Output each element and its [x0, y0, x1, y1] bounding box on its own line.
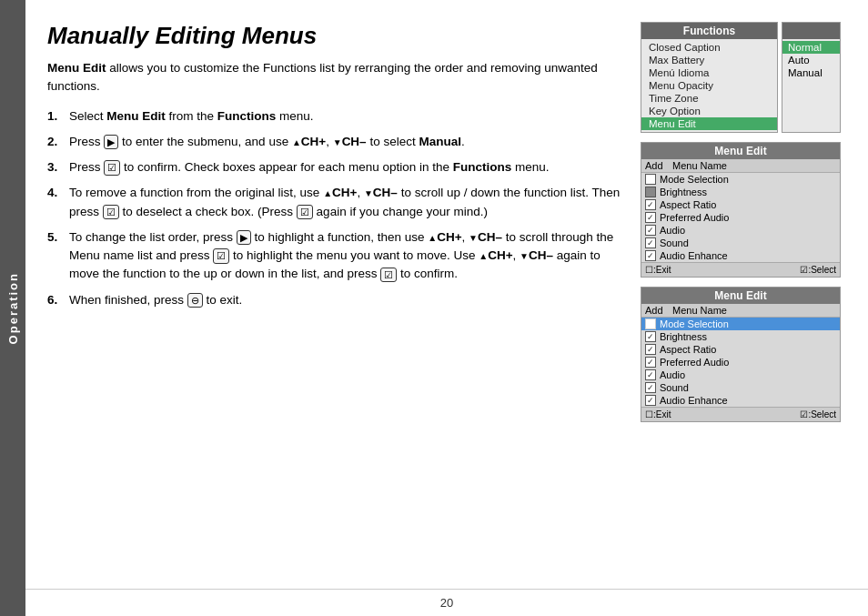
func-row-5: Key Option — [641, 105, 777, 117]
down-icon-5b — [520, 248, 529, 262]
menu-row-label-2-5: Sound — [660, 382, 689, 393]
ch-minus-icon — [333, 135, 342, 148]
func-row-2: Menú Idioma — [641, 66, 777, 79]
menu-edit-footer-1: ☐:Exit ☑:Select — [641, 262, 840, 277]
func-row-3: Menu Opacity — [641, 79, 777, 92]
menu-row-label-2-2: Aspect Ratio — [660, 344, 716, 355]
intro-bold: Menu Edit — [47, 61, 106, 75]
sub-row-0: Normal — [782, 41, 840, 54]
intro-rest: allows you to customize the Functions li… — [47, 61, 598, 93]
menu-edit-header-1: Add Menu Name — [641, 159, 840, 173]
checkbox-2-5 — [645, 382, 656, 393]
step-3-num: 3. — [47, 158, 64, 177]
right-arrow-icon: ▶ — [104, 135, 118, 149]
side-tab-label: Operation — [6, 272, 20, 344]
exit-btn-2: ☐:Exit — [645, 409, 671, 419]
exit-btn-1: ☐:Exit — [645, 265, 671, 275]
confirm-icon-4b: ☑ — [297, 205, 313, 219]
step-6-text: When finished, press ⊖ to exit. — [69, 291, 622, 309]
checkbox-1-5 — [645, 237, 656, 248]
step-4-num: 4. — [47, 184, 64, 221]
intro-paragraph: Menu Edit allows you to customize the Fu… — [47, 59, 622, 96]
step-2-num: 2. — [47, 133, 64, 151]
functions-sub-body: Normal Auto Manual — [782, 39, 840, 81]
menu-row-1-0: Mode Selection — [641, 173, 840, 186]
menu-row-1-4: Audio — [641, 224, 840, 237]
func-row-4: Time Zone — [641, 92, 777, 105]
page-title: Manually Editing Menus — [47, 22, 622, 50]
header-name-1: Menu Name — [672, 160, 836, 171]
checkbox-2-1 — [645, 331, 656, 342]
menu-row-2-4: Audio — [641, 369, 840, 381]
confirm-icon-5b: ☑ — [380, 268, 397, 282]
steps-list: 1. Select Menu Edit from the Functions m… — [47, 107, 622, 309]
menu-row-2-3: Preferred Audio — [641, 356, 840, 369]
text-column: Manually Editing Menus Menu Edit allows … — [47, 22, 622, 574]
menu-row-label-2-1: Brightness — [660, 331, 707, 342]
step-6: 6. When finished, press ⊖ to exit. — [47, 291, 622, 309]
step-2-text: Press ▶ to enter the submenu, and use CH… — [69, 133, 622, 151]
exit-icon: ⊖ — [187, 293, 203, 308]
checkbox-2-3 — [645, 357, 656, 368]
menu-row-label-1-4: Audio — [660, 225, 685, 236]
menu-row-label-2-0: Mode Selection — [660, 318, 729, 329]
confirm-icon-5: ☑ — [213, 248, 229, 263]
menu-edit-title-2: Menu Edit — [641, 288, 840, 304]
functions-panel-title: Functions — [641, 23, 777, 39]
checkbox-2-0 — [645, 318, 656, 329]
menu-row-label-1-1: Brightness — [660, 187, 707, 197]
checkbox-2-4 — [645, 369, 656, 380]
menu-row-label-2-6: Audio Enhance — [660, 395, 728, 406]
menu-row-label-1-3: Preferred Audio — [660, 212, 729, 223]
checkbox-1-1 — [645, 187, 656, 197]
step-2: 2. Press ▶ to enter the submenu, and use… — [47, 133, 622, 151]
menu-row-label-1-2: Aspect Ratio — [660, 199, 716, 210]
down-icon-4 — [364, 186, 373, 199]
menu-edit-panel-1: Menu Edit Add Menu Name Mode Selection B… — [641, 142, 841, 278]
menu-edit-panel-2: Menu Edit Add Menu Name Mode Selection B… — [641, 287, 841, 422]
right-icon-5: ▶ — [237, 230, 251, 245]
bottom-bar: 20 — [25, 589, 868, 616]
menu-row-1-6: Audio Enhance — [641, 249, 840, 262]
header-add-2: Add — [645, 305, 672, 316]
sub-row-1: Auto — [782, 54, 840, 66]
menu-edit-footer-2: ☐:Exit ☑:Select — [641, 407, 840, 421]
menu-row-2-6: Audio Enhance — [641, 394, 840, 407]
checkbox-1-2 — [645, 199, 656, 210]
step-5-num: 5. — [47, 228, 64, 284]
checkbox-1-4 — [645, 225, 656, 236]
select-btn-1: ☑:Select — [800, 265, 836, 275]
menu-row-label-1-5: Sound — [660, 237, 689, 248]
step-1: 1. Select Menu Edit from the Functions m… — [47, 107, 622, 126]
main-content: Manually Editing Menus Menu Edit allows … — [25, 0, 868, 589]
menu-row-1-1: Brightness — [641, 186, 840, 198]
menu-edit-title-1: Menu Edit — [641, 143, 840, 159]
select-btn-2: ☑:Select — [800, 409, 836, 419]
functions-panel-container: Functions Closed Caption Max Battery Men… — [641, 22, 841, 133]
header-add-1: Add — [645, 160, 672, 171]
checkbox-1-0 — [645, 174, 656, 185]
up-icon-5b — [479, 248, 488, 262]
step-4: 4. To remove a function from the origina… — [47, 184, 622, 221]
down-icon-5 — [469, 230, 478, 244]
functions-sub-title — [782, 23, 840, 39]
checkbox-2-2 — [645, 344, 656, 355]
menu-row-1-2: Aspect Ratio — [641, 198, 840, 211]
up-icon-4 — [323, 186, 332, 199]
func-row-6: Menu Edit — [641, 117, 777, 130]
menu-row-1-3: Preferred Audio — [641, 211, 840, 224]
functions-panel-body: Closed Caption Max Battery Menú Idioma M… — [641, 39, 777, 132]
panels-column: Functions Closed Caption Max Battery Men… — [641, 22, 841, 574]
step-4-text: To remove a function from the original l… — [69, 184, 622, 221]
step-1-num: 1. — [47, 107, 64, 126]
header-name-2: Menu Name — [672, 305, 836, 316]
step-1-text: Select Menu Edit from the Functions menu… — [69, 107, 622, 126]
confirm-icon-4: ☑ — [103, 205, 119, 219]
checkbox-1-6 — [645, 250, 656, 261]
menu-row-2-2: Aspect Ratio — [641, 343, 840, 356]
functions-sub-panel: Normal Auto Manual — [782, 22, 841, 133]
ch-plus-icon — [292, 135, 301, 148]
menu-row-label-1-6: Audio Enhance — [660, 250, 728, 261]
functions-main-panel: Functions Closed Caption Max Battery Men… — [641, 22, 778, 133]
menu-row-2-0: Mode Selection — [641, 318, 840, 330]
